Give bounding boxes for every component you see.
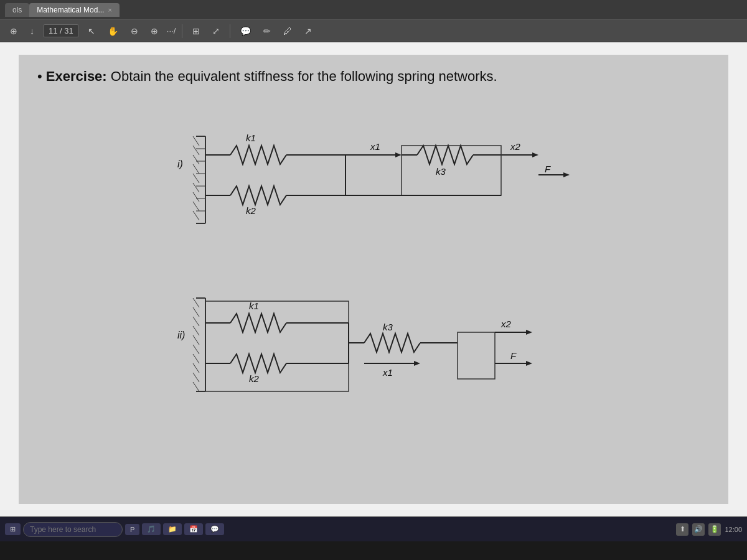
tray-icon-3[interactable]: 🔋 (708, 523, 721, 536)
toolbar-minus-btn[interactable]: ⊖ (127, 24, 142, 38)
svg-marker-56 (414, 361, 420, 366)
svg-line-45 (193, 373, 199, 382)
diagram-i: i) (171, 99, 576, 242)
taskbar-p-btn[interactable]: P (125, 524, 139, 535)
diagram-ii-label: ii) (177, 330, 185, 340)
exercise-prefix: Exercise: (46, 68, 107, 84)
main-content: • Exercise: Obtain the equivalent stiffn… (0, 42, 747, 516)
diagrams-container: i) (37, 99, 710, 410)
tray-icon-2[interactable]: 🔊 (692, 523, 705, 536)
k1-label-top: k1 (246, 133, 256, 143)
taskbar-search-input[interactable] (23, 522, 123, 537)
diagram-i-svg: i) (171, 99, 576, 242)
toolbar-edit-btn[interactable]: ✏ (260, 24, 275, 38)
tab-ols-label: ols (12, 6, 22, 14)
toolbar-download-btn[interactable]: ↓ (26, 24, 38, 38)
toolbar-share-btn[interactable]: ↗ (301, 24, 316, 38)
exercise-title: • Exercise: Obtain the equivalent stiffn… (37, 67, 710, 86)
toolbar-fullscreen-btn[interactable]: ⤢ (209, 24, 223, 38)
svg-line-41 (193, 335, 199, 345)
tab-ols[interactable]: ols (5, 3, 29, 17)
zoom-label: ···/ (167, 26, 176, 35)
svg-line-44 (193, 363, 199, 373)
toolbar-back-btn[interactable]: ⊕ (6, 24, 21, 38)
k2-label-ii: k2 (249, 373, 260, 384)
diagram-ii: ii) (171, 267, 576, 410)
svg-line-40 (193, 326, 199, 335)
exercise-body: Obtain the equivalent stiffness for the … (107, 68, 497, 84)
toolbar-comment-btn[interactable]: 💬 (237, 24, 255, 38)
k2-label: k2 (246, 205, 256, 216)
svg-line-11 (193, 155, 199, 164)
system-clock: 12:00 (725, 526, 742, 533)
taskbar-start-btn[interactable]: ⊞ (5, 523, 21, 535)
F-label-i: F (545, 164, 551, 174)
svg-line-46 (193, 382, 199, 391)
k3-label-ii: k3 (383, 322, 393, 332)
diagram-ii-svg: ii) (171, 267, 576, 410)
taskbar-app1-btn[interactable]: 🎵 (142, 523, 161, 535)
svg-line-9 (193, 136, 199, 146)
k1-label-ii: k1 (249, 301, 259, 311)
toolbar-separator-2 (230, 24, 230, 38)
page-current: 11 (49, 26, 57, 35)
tab-bar: ols Mathematical Mod... × (0, 0, 747, 20)
toolbar: ⊕ ↓ 11 / 31 ↖ ✋ ⊖ ⊕ ···/ ⊞ ⤢ 💬 ✏ 🖊 ↗ (0, 20, 747, 42)
x1-label-i: x1 (370, 141, 380, 152)
toolbar-separator-1 (182, 24, 182, 38)
slide-background: • Exercise: Obtain the equivalent stiffn… (19, 55, 728, 504)
taskbar-app2-btn[interactable]: 📁 (163, 523, 182, 535)
svg-marker-59 (526, 330, 532, 335)
page-indicator: 11 / 31 (43, 24, 79, 37)
x2-label-ii: x2 (500, 319, 512, 329)
svg-line-17 (193, 211, 199, 220)
svg-line-42 (193, 345, 199, 354)
svg-line-16 (193, 202, 199, 211)
toolbar-highlight-btn[interactable]: 🖊 (280, 24, 296, 38)
svg-line-13 (193, 174, 199, 183)
svg-marker-24 (395, 152, 402, 157)
toolbar-cursor-btn[interactable]: ↖ (84, 24, 99, 38)
F-label-ii: F (510, 350, 517, 361)
svg-line-43 (193, 354, 199, 363)
svg-line-15 (193, 192, 199, 202)
svg-line-10 (193, 146, 199, 155)
svg-rect-57 (458, 332, 495, 379)
svg-marker-61 (526, 361, 532, 366)
page-total: 31 (64, 26, 73, 35)
tab-active-label: Mathematical Mod... (37, 6, 104, 14)
k3-label-i: k3 (436, 166, 446, 177)
taskbar-app4-btn[interactable]: 💬 (205, 523, 224, 535)
toolbar-fit-btn[interactable]: ⊞ (189, 24, 204, 38)
svg-line-37 (193, 298, 199, 307)
taskbar: ⊞ P 🎵 📁 📅 💬 ⬆ 🔊 🔋 12:00 (0, 516, 747, 541)
svg-line-38 (193, 307, 199, 317)
svg-line-12 (193, 164, 199, 174)
svg-rect-47 (205, 301, 349, 391)
toolbar-plus-btn[interactable]: ⊕ (147, 24, 162, 38)
svg-line-39 (193, 317, 199, 326)
toolbar-hand-btn[interactable]: ✋ (104, 24, 122, 38)
taskbar-app3-btn[interactable]: 📅 (184, 523, 203, 535)
svg-marker-28 (532, 152, 538, 157)
svg-marker-31 (563, 172, 570, 177)
x1-label-ii: x1 (382, 367, 393, 378)
taskbar-system-icons: ⬆ 🔊 🔋 12:00 (676, 523, 742, 536)
tray-icon-1[interactable]: ⬆ (676, 523, 688, 536)
svg-line-14 (193, 183, 199, 192)
diagram-i-label: i) (177, 159, 183, 169)
x2-label-i: x2 (510, 141, 521, 152)
tab-close-icon[interactable]: × (108, 6, 111, 14)
tab-mathematical-mod[interactable]: Mathematical Mod... × (29, 3, 119, 17)
